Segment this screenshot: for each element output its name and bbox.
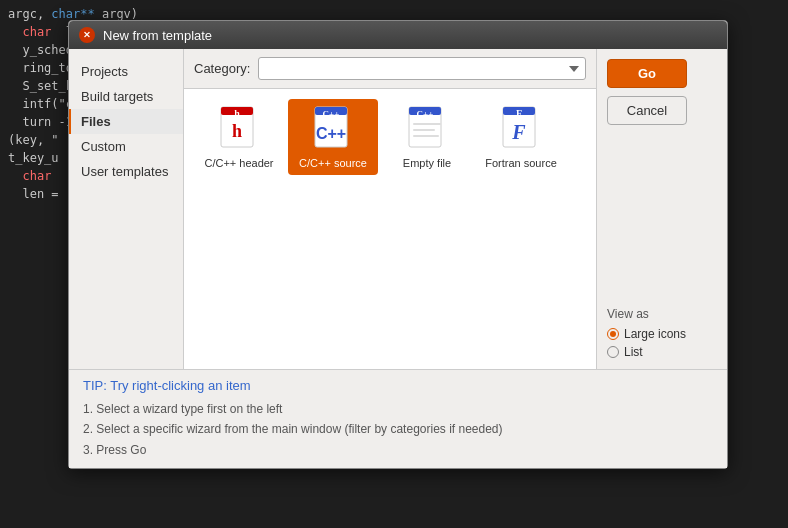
dialog-title: New from template xyxy=(103,28,212,43)
sidebar-item-files[interactable]: Files xyxy=(69,109,183,134)
svg-text:F: F xyxy=(511,121,526,143)
sidebar-item-projects[interactable]: Projects xyxy=(69,59,183,84)
large-icons-radio[interactable]: Large icons xyxy=(607,327,717,341)
dialog-titlebar: New from template xyxy=(69,21,727,49)
cpp-source-label: C/C++ source xyxy=(299,157,367,169)
view-as-section: View as Large icons List xyxy=(607,307,717,359)
category-bar: Category: xyxy=(184,49,596,89)
cpp-header-label: C/C++ header xyxy=(204,157,273,169)
list-radio-dot xyxy=(607,346,619,358)
template-item-empty-file[interactable]: C++ Empty file xyxy=(382,99,472,175)
svg-text:h: h xyxy=(234,108,240,119)
instructions: 1. Select a wizard type first on the lef… xyxy=(83,399,713,460)
dialog-footer: TIP: Try right-clicking an item 1. Selec… xyxy=(69,369,727,468)
view-as-label: View as xyxy=(607,307,717,321)
category-select[interactable] xyxy=(258,57,586,80)
close-button[interactable] xyxy=(79,27,95,43)
category-label: Category: xyxy=(194,61,250,76)
template-item-fortran-source[interactable]: F F Fortran source xyxy=(476,99,566,175)
sidebar-item-user-templates[interactable]: User templates xyxy=(69,159,183,184)
tip-text: TIP: Try right-clicking an item xyxy=(83,378,713,393)
new-from-template-dialog: New from template Projects Build targets… xyxy=(68,20,728,469)
instruction-1: 1. Select a wizard type first on the lef… xyxy=(83,399,713,419)
svg-text:C++: C++ xyxy=(417,109,434,119)
template-item-cpp-source[interactable]: C++ C++ C/C++ source xyxy=(288,99,378,175)
svg-text:C++: C++ xyxy=(316,125,346,142)
empty-file-label: Empty file xyxy=(403,157,451,169)
large-icons-radio-dot xyxy=(607,328,619,340)
sidebar-item-build-targets[interactable]: Build targets xyxy=(69,84,183,109)
instruction-2: 2. Select a specific wizard from the mai… xyxy=(83,419,713,439)
go-button[interactable]: Go xyxy=(607,59,687,88)
list-label: List xyxy=(624,345,643,359)
template-grid: h h C/C++ header C++ xyxy=(184,89,596,369)
svg-text:C++: C++ xyxy=(323,109,340,119)
content-area: Category: h h xyxy=(184,49,597,369)
large-icons-label: Large icons xyxy=(624,327,686,341)
dialog-body: Projects Build targets Files Custom User… xyxy=(69,49,727,468)
list-radio[interactable]: List xyxy=(607,345,717,359)
fortran-source-label: Fortran source xyxy=(485,157,557,169)
right-panel: Go Cancel View as Large icons List xyxy=(597,49,727,369)
svg-text:h: h xyxy=(232,121,242,141)
sidebar-item-custom[interactable]: Custom xyxy=(69,134,183,159)
fortran-source-icon: F F xyxy=(497,105,545,153)
dialog-main: Projects Build targets Files Custom User… xyxy=(69,49,727,369)
template-item-cpp-header[interactable]: h h C/C++ header xyxy=(194,99,284,175)
instruction-3: 3. Press Go xyxy=(83,440,713,460)
svg-rect-11 xyxy=(413,123,441,125)
cpp-source-icon: C++ C++ xyxy=(309,105,357,153)
cancel-button[interactable]: Cancel xyxy=(607,96,687,125)
empty-file-icon: C++ xyxy=(403,105,451,153)
sidebar: Projects Build targets Files Custom User… xyxy=(69,49,184,369)
svg-rect-13 xyxy=(413,135,439,137)
svg-rect-12 xyxy=(413,129,435,131)
svg-text:F: F xyxy=(516,108,522,119)
cpp-header-icon: h h xyxy=(215,105,263,153)
